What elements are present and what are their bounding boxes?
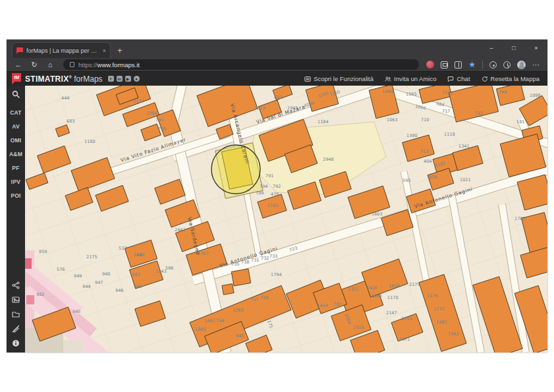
home-button[interactable]: ⌂ [43,61,57,69]
svg-text:1385: 1385 [371,293,382,298]
svg-text:794: 794 [260,184,267,189]
minimize-button[interactable]: – [480,40,503,57]
extension-icon[interactable] [426,61,434,69]
svg-text:944: 944 [82,284,90,289]
svg-text:1390: 1390 [406,133,418,138]
site-info-icon[interactable] [70,62,74,67]
more-menu-icon[interactable]: ⋯ [532,61,540,69]
svg-text:1885: 1885 [195,327,206,332]
svg-text:941: 941 [134,284,142,289]
svg-text:2442: 2442 [175,227,186,233]
formaps-logo[interactable]: fM [12,73,21,84]
svg-text:789: 789 [256,190,263,196]
sidebar-item-av[interactable]: AV [12,119,20,133]
svg-text:1762: 1762 [514,216,526,221]
url-scheme: https:// [78,61,97,69]
close-button[interactable]: × [525,40,547,57]
svg-text:1341: 1341 [458,144,470,149]
svg-text:1118: 1118 [444,132,455,137]
profile-avatar[interactable] [517,61,526,69]
browser-titlebar: forMaps | La mappa per navigare × + – □ … [7,40,547,58]
svg-text:1172: 1172 [433,306,445,312]
svg-text:1322: 1322 [348,287,359,292]
brand-title: STIMATRIX® [25,74,72,84]
svg-text:946: 946 [115,288,123,293]
svg-text:2137: 2137 [133,99,144,104]
info-icon[interactable] [12,339,20,347]
svg-text:1371: 1371 [399,337,410,342]
search-icon [12,90,20,99]
svg-text:2948: 2948 [323,157,334,162]
sidebar-item-poi[interactable]: POI [11,188,20,202]
sidebar-item-cat[interactable]: CAT [10,105,21,119]
sidebar-item-pf[interactable]: PF [12,161,19,175]
new-tab-button[interactable]: + [117,45,123,55]
svg-text:1424: 1424 [317,303,328,308]
svg-text:2147: 2147 [386,310,397,316]
share-icon[interactable] [12,281,20,289]
sidebar-item-ipv[interactable]: IPV [11,175,20,188]
tab-favicon-icon [16,47,23,54]
browser-tab[interactable]: forMaps | La mappa per navigare × [12,42,111,58]
screenshot-icon[interactable] [12,296,20,304]
svg-text:2316: 2316 [353,325,364,330]
address-bar[interactable]: https://www.formaps.it [63,59,419,70]
discover-features-button[interactable]: Scopri le Funzionalità [304,75,374,82]
product-title: forMaps [74,74,102,84]
facebook-icon[interactable]: f [108,76,114,82]
favorites-star-icon[interactable]: ★ [468,61,476,69]
history-icon[interactable] [503,61,511,69]
essentials-icon[interactable] [489,61,497,69]
maximize-button[interactable]: □ [503,40,525,57]
svg-text:947: 947 [95,280,103,285]
invite-friend-button[interactable]: Invita un Amico [385,75,436,82]
toolbar-divider [482,61,483,69]
svg-text:478: 478 [271,192,279,197]
svg-text:717: 717 [442,109,450,114]
svg-text:1021: 1021 [460,177,471,182]
svg-text:744: 744 [216,318,224,323]
svg-text:652: 652 [274,95,282,100]
tab-title: forMaps | La mappa per navigare [26,47,99,54]
window-controls: – □ × [480,40,547,57]
collections-icon[interactable] [441,61,448,69]
draw-disabled-icon[interactable] [12,325,20,333]
sidebar-item-am[interactable]: A&M [9,147,22,161]
svg-text:732: 732 [261,256,269,261]
svg-text:2175: 2175 [409,282,420,287]
chat-icon [447,76,454,82]
search-button[interactable] [12,90,20,101]
reset-map-button[interactable]: Resetta la Mappa [482,75,540,82]
browser-toolbar: ← ↻ ⌂ https://www.formaps.it ★ ⋯ [7,58,547,71]
toolbar-icons: ★ ⋯ [426,61,542,69]
chat-button[interactable]: Chat [447,75,470,82]
refresh-button[interactable]: ↻ [28,61,41,69]
svg-text:727: 727 [250,297,258,302]
svg-text:859: 859 [39,249,47,254]
website-icon[interactable]: ● [134,76,140,82]
svg-text:1603: 1603 [372,211,383,217]
linkedin-icon[interactable]: in [117,76,123,82]
reset-icon [482,76,488,82]
map-canvas[interactable]: 6521923409410921260194511842948791794792… [25,86,547,352]
sidebar-item-omi[interactable]: OMI [11,133,22,147]
browser-window: forMaps | La mappa per navigare × + – □ … [7,40,547,352]
svg-text:659: 659 [429,175,437,180]
split-screen-icon[interactable] [455,61,462,69]
svg-text:576: 576 [57,267,65,272]
back-button[interactable]: ← [12,61,25,69]
svg-text:1586: 1586 [146,111,157,116]
svg-text:792: 792 [273,184,281,189]
folder-icon[interactable] [12,310,20,318]
svg-text:949: 949 [74,273,82,279]
screenshot-page: { "browser": { "tab_title": "forMaps | L… [0,0,554,392]
svg-text:1794: 1794 [271,272,282,277]
svg-text:845: 845 [236,333,244,339]
tab-close-icon[interactable]: × [103,47,106,54]
features-icon [304,76,311,82]
youtube-icon[interactable]: ▶ [125,76,131,82]
svg-text:1485: 1485 [436,320,447,325]
svg-text:1753: 1753 [401,316,412,322]
svg-text:982: 982 [36,292,44,297]
people-icon [385,76,391,82]
